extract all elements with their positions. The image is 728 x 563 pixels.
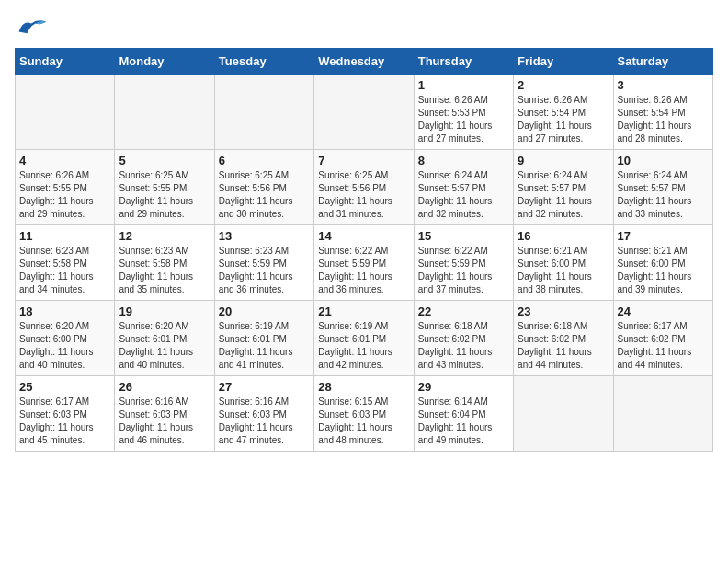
day-info: Sunrise: 6:21 AM Sunset: 6:00 PM Dayligh… bbox=[518, 245, 609, 296]
calendar-cell: 6Sunrise: 6:25 AM Sunset: 5:56 PM Daylig… bbox=[214, 150, 313, 225]
day-number: 21 bbox=[318, 304, 409, 318]
day-info: Sunrise: 6:21 AM Sunset: 6:00 PM Dayligh… bbox=[618, 245, 709, 296]
calendar-cell: 14Sunrise: 6:22 AM Sunset: 5:59 PM Dayli… bbox=[314, 225, 414, 301]
header-row: SundayMondayTuesdayWednesdayThursdayFrid… bbox=[16, 49, 713, 75]
day-number: 7 bbox=[318, 154, 409, 167]
day-info: Sunrise: 6:25 AM Sunset: 5:56 PM Dayligh… bbox=[219, 169, 310, 221]
calendar-cell bbox=[514, 376, 613, 452]
calendar-cell: 3Sunrise: 6:26 AM Sunset: 5:54 PM Daylig… bbox=[613, 75, 712, 150]
day-number: 12 bbox=[119, 229, 210, 243]
day-info: Sunrise: 6:26 AM Sunset: 5:55 PM Dayligh… bbox=[19, 169, 110, 221]
calendar-cell: 18Sunrise: 6:20 AM Sunset: 6:00 PM Dayli… bbox=[16, 301, 115, 376]
header-day-monday: Monday bbox=[115, 49, 214, 75]
header-day-wednesday: Wednesday bbox=[314, 49, 414, 75]
day-info: Sunrise: 6:15 AM Sunset: 6:03 PM Dayligh… bbox=[318, 396, 409, 447]
day-number: 16 bbox=[518, 229, 609, 243]
calendar-cell: 24Sunrise: 6:17 AM Sunset: 6:02 PM Dayli… bbox=[613, 301, 712, 376]
day-info: Sunrise: 6:16 AM Sunset: 6:03 PM Dayligh… bbox=[219, 396, 310, 447]
calendar-cell: 27Sunrise: 6:16 AM Sunset: 6:03 PM Dayli… bbox=[214, 376, 313, 452]
day-number: 2 bbox=[518, 78, 609, 92]
calendar-cell: 2Sunrise: 6:26 AM Sunset: 5:54 PM Daylig… bbox=[514, 75, 613, 150]
day-info: Sunrise: 6:18 AM Sunset: 6:02 PM Dayligh… bbox=[518, 320, 609, 372]
day-info: Sunrise: 6:26 AM Sunset: 5:53 PM Dayligh… bbox=[418, 94, 509, 145]
week-row-1: 1Sunrise: 6:26 AM Sunset: 5:53 PM Daylig… bbox=[16, 75, 713, 150]
calendar-cell: 17Sunrise: 6:21 AM Sunset: 6:00 PM Dayli… bbox=[613, 225, 712, 301]
day-number: 18 bbox=[19, 304, 110, 318]
day-number: 17 bbox=[618, 229, 709, 243]
day-number: 24 bbox=[618, 304, 709, 318]
day-number: 20 bbox=[219, 304, 310, 318]
calendar-cell: 1Sunrise: 6:26 AM Sunset: 5:53 PM Daylig… bbox=[414, 75, 513, 150]
day-number: 22 bbox=[418, 304, 509, 318]
day-number: 4 bbox=[19, 154, 110, 167]
day-info: Sunrise: 6:23 AM Sunset: 5:59 PM Dayligh… bbox=[219, 245, 310, 296]
calendar-cell: 13Sunrise: 6:23 AM Sunset: 5:59 PM Dayli… bbox=[214, 225, 313, 301]
day-info: Sunrise: 6:26 AM Sunset: 5:54 PM Dayligh… bbox=[518, 94, 609, 145]
day-info: Sunrise: 6:24 AM Sunset: 5:57 PM Dayligh… bbox=[418, 169, 509, 221]
week-row-3: 11Sunrise: 6:23 AM Sunset: 5:58 PM Dayli… bbox=[16, 225, 713, 301]
day-number: 26 bbox=[119, 380, 210, 394]
week-row-4: 18Sunrise: 6:20 AM Sunset: 6:00 PM Dayli… bbox=[16, 301, 713, 376]
calendar-cell: 23Sunrise: 6:18 AM Sunset: 6:02 PM Dayli… bbox=[514, 301, 613, 376]
calendar-cell: 8Sunrise: 6:24 AM Sunset: 5:57 PM Daylig… bbox=[414, 150, 513, 225]
header-day-sunday: Sunday bbox=[16, 49, 115, 75]
calendar-cell: 20Sunrise: 6:19 AM Sunset: 6:01 PM Dayli… bbox=[214, 301, 313, 376]
day-info: Sunrise: 6:25 AM Sunset: 5:56 PM Dayligh… bbox=[318, 169, 409, 221]
day-info: Sunrise: 6:26 AM Sunset: 5:54 PM Dayligh… bbox=[618, 94, 709, 145]
calendar-cell: 28Sunrise: 6:15 AM Sunset: 6:03 PM Dayli… bbox=[314, 376, 414, 452]
day-number: 5 bbox=[119, 154, 210, 167]
calendar-cell: 15Sunrise: 6:22 AM Sunset: 5:59 PM Dayli… bbox=[414, 225, 513, 301]
calendar-cell: 12Sunrise: 6:23 AM Sunset: 5:58 PM Dayli… bbox=[115, 225, 214, 301]
calendar-cell bbox=[314, 75, 414, 150]
day-number: 28 bbox=[318, 380, 409, 394]
day-number: 3 bbox=[618, 78, 709, 92]
calendar-cell bbox=[16, 75, 115, 150]
header-day-saturday: Saturday bbox=[613, 49, 712, 75]
day-number: 29 bbox=[418, 380, 509, 394]
day-info: Sunrise: 6:19 AM Sunset: 6:01 PM Dayligh… bbox=[219, 320, 310, 372]
day-number: 23 bbox=[518, 304, 609, 318]
day-info: Sunrise: 6:22 AM Sunset: 5:59 PM Dayligh… bbox=[318, 245, 409, 296]
week-row-5: 25Sunrise: 6:17 AM Sunset: 6:03 PM Dayli… bbox=[16, 376, 713, 452]
day-info: Sunrise: 6:24 AM Sunset: 5:57 PM Dayligh… bbox=[518, 169, 609, 221]
calendar-cell: 22Sunrise: 6:18 AM Sunset: 6:02 PM Dayli… bbox=[414, 301, 513, 376]
day-info: Sunrise: 6:23 AM Sunset: 5:58 PM Dayligh… bbox=[119, 245, 210, 296]
week-row-2: 4Sunrise: 6:26 AM Sunset: 5:55 PM Daylig… bbox=[16, 150, 713, 225]
day-info: Sunrise: 6:23 AM Sunset: 5:58 PM Dayligh… bbox=[19, 245, 110, 296]
day-info: Sunrise: 6:20 AM Sunset: 6:00 PM Dayligh… bbox=[19, 320, 110, 372]
day-number: 10 bbox=[618, 154, 709, 167]
day-info: Sunrise: 6:14 AM Sunset: 6:04 PM Dayligh… bbox=[418, 396, 509, 447]
calendar-cell bbox=[115, 75, 214, 150]
calendar-cell: 9Sunrise: 6:24 AM Sunset: 5:57 PM Daylig… bbox=[514, 150, 613, 225]
day-number: 13 bbox=[219, 229, 310, 243]
calendar-cell: 26Sunrise: 6:16 AM Sunset: 6:03 PM Dayli… bbox=[115, 376, 214, 452]
day-number: 25 bbox=[19, 380, 110, 394]
calendar-cell: 29Sunrise: 6:14 AM Sunset: 6:04 PM Dayli… bbox=[414, 376, 513, 452]
day-number: 14 bbox=[318, 229, 409, 243]
day-info: Sunrise: 6:16 AM Sunset: 6:03 PM Dayligh… bbox=[119, 396, 210, 447]
day-info: Sunrise: 6:17 AM Sunset: 6:03 PM Dayligh… bbox=[19, 396, 110, 447]
day-info: Sunrise: 6:19 AM Sunset: 6:01 PM Dayligh… bbox=[318, 320, 409, 372]
calendar-cell: 19Sunrise: 6:20 AM Sunset: 6:01 PM Dayli… bbox=[115, 301, 214, 376]
day-number: 15 bbox=[418, 229, 509, 243]
calendar-cell: 10Sunrise: 6:24 AM Sunset: 5:57 PM Dayli… bbox=[613, 150, 712, 225]
day-info: Sunrise: 6:17 AM Sunset: 6:02 PM Dayligh… bbox=[618, 320, 709, 372]
day-number: 11 bbox=[19, 229, 110, 243]
day-number: 9 bbox=[518, 154, 609, 167]
day-number: 19 bbox=[119, 304, 210, 318]
header-day-tuesday: Tuesday bbox=[214, 49, 313, 75]
header-day-thursday: Thursday bbox=[414, 49, 513, 75]
day-info: Sunrise: 6:18 AM Sunset: 6:02 PM Dayligh… bbox=[418, 320, 509, 372]
calendar-cell: 11Sunrise: 6:23 AM Sunset: 5:58 PM Dayli… bbox=[16, 225, 115, 301]
day-number: 8 bbox=[418, 154, 509, 167]
day-number: 6 bbox=[219, 154, 310, 167]
day-number: 1 bbox=[418, 78, 509, 92]
page-header bbox=[15, 15, 713, 40]
day-info: Sunrise: 6:20 AM Sunset: 6:01 PM Dayligh… bbox=[119, 320, 210, 372]
day-info: Sunrise: 6:22 AM Sunset: 5:59 PM Dayligh… bbox=[418, 245, 509, 296]
calendar-cell: 16Sunrise: 6:21 AM Sunset: 6:00 PM Dayli… bbox=[514, 225, 613, 301]
calendar-cell bbox=[613, 376, 712, 452]
calendar-cell: 5Sunrise: 6:25 AM Sunset: 5:55 PM Daylig… bbox=[115, 150, 214, 225]
day-info: Sunrise: 6:25 AM Sunset: 5:55 PM Dayligh… bbox=[119, 169, 210, 221]
day-number: 27 bbox=[219, 380, 310, 394]
